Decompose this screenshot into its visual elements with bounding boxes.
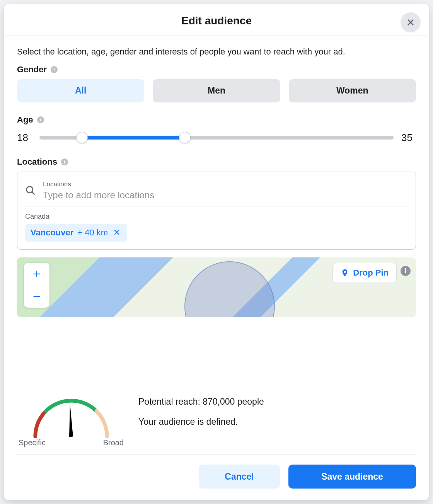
age-slider-thumb-max[interactable] bbox=[179, 132, 191, 143]
gender-label-row: Gender i bbox=[17, 65, 416, 75]
gender-option-all[interactable]: All bbox=[17, 79, 144, 102]
map-zoom-out[interactable]: − bbox=[24, 285, 49, 308]
audience-gauge bbox=[29, 394, 114, 441]
search-icon bbox=[25, 185, 36, 196]
locations-input[interactable] bbox=[43, 188, 408, 201]
age-max-value: 35 bbox=[401, 132, 416, 144]
map-zoom-control: + − bbox=[24, 263, 49, 308]
info-icon[interactable]: i bbox=[51, 66, 58, 73]
age-slider-row: 18 35 bbox=[17, 132, 416, 144]
map-zoom-in[interactable]: + bbox=[24, 263, 49, 285]
location-chip-remove[interactable]: ✕ bbox=[112, 228, 122, 238]
age-min-value: 18 bbox=[17, 132, 32, 144]
reach-text: Potential reach: 870,000 people Your aud… bbox=[138, 394, 416, 427]
gender-option-men[interactable]: Men bbox=[153, 79, 280, 102]
drop-pin-label: Drop Pin bbox=[353, 268, 389, 278]
age-slider-thumb-min[interactable] bbox=[76, 132, 88, 143]
intro-text: Select the location, age, gender and int… bbox=[17, 46, 416, 58]
age-slider-fill bbox=[82, 136, 185, 140]
modal-header: Edit audience bbox=[4, 4, 429, 36]
map-preview[interactable]: + − Drop Pin i bbox=[17, 257, 416, 317]
close-button[interactable] bbox=[401, 12, 421, 32]
locations-label: Locations bbox=[17, 157, 57, 167]
cancel-button[interactable]: Cancel bbox=[199, 465, 280, 489]
location-chip[interactable]: Vancouver + 40 km ✕ bbox=[25, 224, 127, 242]
save-audience-button[interactable]: Save audience bbox=[288, 465, 416, 489]
info-icon[interactable]: i bbox=[37, 116, 44, 123]
age-range-slider[interactable] bbox=[39, 136, 394, 140]
close-icon bbox=[406, 18, 415, 27]
modal-footer: Specific Broad Potential reach: 870,000 … bbox=[4, 387, 429, 500]
drop-pin-button[interactable]: Drop Pin bbox=[332, 263, 397, 283]
reach-potential: Potential reach: 870,000 people bbox=[138, 397, 416, 412]
location-chip-radius: + 40 km bbox=[77, 228, 108, 238]
edit-audience-modal: Edit audience Select the location, age, … bbox=[4, 4, 429, 500]
gender-option-women[interactable]: Women bbox=[289, 79, 416, 102]
reach-status: Your audience is defined. bbox=[138, 417, 416, 427]
age-label: Age bbox=[17, 115, 33, 125]
locations-label-row: Locations i bbox=[17, 157, 416, 167]
modal-title: Edit audience bbox=[12, 15, 421, 27]
svg-point-2 bbox=[27, 186, 33, 192]
locations-field-label: Locations bbox=[43, 180, 408, 188]
gender-label: Gender bbox=[17, 65, 47, 75]
gender-segmented-control: All Men Women bbox=[17, 79, 416, 102]
locations-search-row: Locations bbox=[25, 178, 408, 206]
info-icon[interactable]: i bbox=[401, 266, 411, 276]
locations-country: Canada bbox=[25, 213, 408, 221]
reach-row: Specific Broad Potential reach: 870,000 … bbox=[17, 394, 416, 455]
footer-buttons: Cancel Save audience bbox=[17, 465, 416, 489]
modal-body: Select the location, age, gender and int… bbox=[4, 36, 429, 387]
info-icon[interactable]: i bbox=[61, 158, 68, 165]
svg-line-3 bbox=[32, 192, 34, 194]
age-label-row: Age i bbox=[17, 115, 416, 125]
location-chip-city: Vancouver bbox=[31, 228, 73, 238]
gauge-column: Specific Broad bbox=[17, 394, 125, 447]
locations-box: Locations Canada Vancouver + 40 km ✕ bbox=[17, 172, 416, 250]
pin-icon bbox=[341, 269, 349, 277]
